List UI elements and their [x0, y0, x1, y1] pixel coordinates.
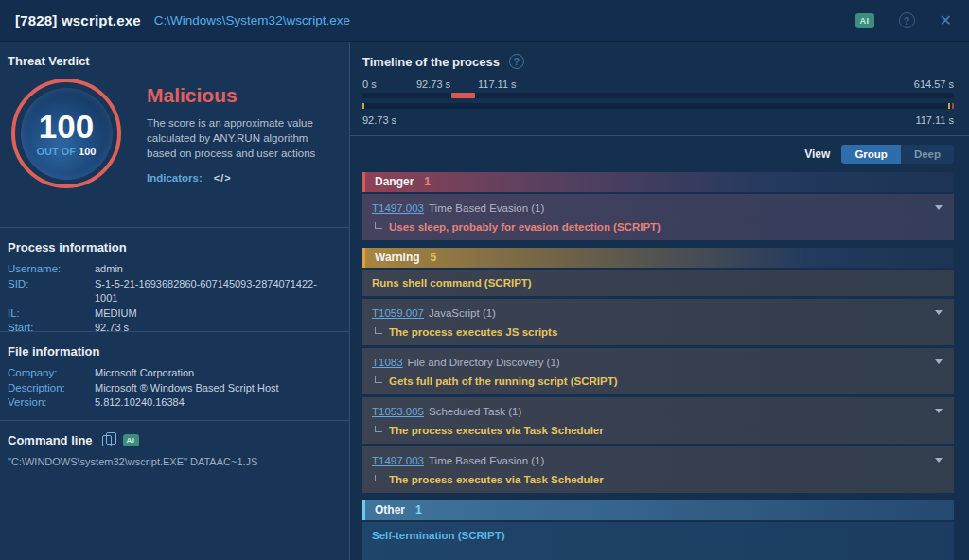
expand-caret-icon[interactable]	[935, 359, 943, 364]
close-icon[interactable]: ✕	[940, 11, 952, 29]
row-value: admin	[95, 262, 123, 277]
row-label: SID:	[8, 277, 95, 306]
technique-link[interactable]: T1053.005	[372, 406, 424, 417]
file-information-section: File information Company: Microsoft Corp…	[0, 331, 349, 420]
technique-row: T1497.003 Time Based Evasion (1)	[372, 452, 943, 468]
info-row-description: Description: Microsoft ® Windows Based S…	[8, 381, 340, 396]
row-label: Username:	[8, 262, 95, 277]
technique-detail-row: Gets full path of the running script (SC…	[372, 375, 943, 388]
technique-block: T1083 File and Directory Discovery (1) G…	[362, 348, 954, 394]
warning-group-header: Warning 5	[362, 248, 954, 268]
threat-verdict-section: Threat Verdict 100 OUT OF100 Malicious T…	[0, 42, 349, 227]
expand-caret-icon[interactable]	[935, 409, 943, 413]
divider	[350, 135, 969, 136]
technique-row: T1083 File and Directory Discovery (1)	[372, 354, 943, 370]
event-tick	[952, 103, 954, 109]
timeline-label-proc-end: 117.11 s	[478, 79, 517, 90]
info-row-sid: SID: S-1-5-21-1693682860-607145093-28740…	[8, 277, 340, 306]
tree-connector-icon	[375, 376, 382, 383]
technique-block: T1497.003 Time Based Evasion (1) The pro…	[362, 446, 954, 493]
group-count: 5	[431, 248, 437, 268]
event-tick	[362, 103, 364, 109]
row-value: Microsoft ® Windows Based Script Host	[95, 381, 279, 396]
timeline-label-start: 0 s	[362, 79, 377, 90]
technique-name: Time Based Evasion (1)	[429, 455, 544, 466]
technique-block: T1053.005 Scheduled Task (1) The process…	[362, 397, 954, 444]
timeline-label-proc-start: 92.73 s	[416, 79, 450, 90]
technique-block: T1497.003 Time Based Evasion (1) Uses sl…	[362, 194, 954, 240]
technique-name: File and Directory Discovery (1)	[408, 357, 560, 368]
technique-detail-row: The process executes via Task Scheduler	[372, 473, 943, 486]
timeline-zoom-end: 117.11 s	[915, 114, 954, 126]
technique-row: T1053.005 Scheduled Task (1)	[372, 403, 943, 419]
ai-badge[interactable]: AI	[855, 13, 874, 28]
command-line-section: Command line AI "C:\WINDOWS\system32\wsc…	[0, 420, 349, 560]
technique-link[interactable]: T1059.007	[372, 307, 424, 319]
expand-caret-icon[interactable]	[935, 205, 943, 210]
signal-text: Self-termination (SCRIPT)	[372, 530, 505, 541]
copy-icon[interactable]	[102, 435, 112, 446]
code-indicators-icon[interactable]: </>	[214, 172, 232, 184]
command-line-value: "C:\WINDOWS\system32\wscript.EXE" DATAAC…	[8, 456, 340, 467]
row-value: 5.812.10240.16384	[95, 395, 185, 411]
row-value: S-1-5-21-1693682860-607145093-2874071422…	[95, 277, 340, 306]
score-ring: 100 OUT OF100	[11, 79, 121, 188]
titlebar: [7828] wscript.exe C:\Windows\System32\w…	[0, 0, 969, 42]
expand-caret-icon[interactable]	[935, 310, 943, 315]
group-title: Warning	[375, 248, 420, 268]
right-panel: Timeline of the process ? 0 s 92.73 s 11…	[350, 42, 969, 560]
score-value: 100	[39, 110, 94, 143]
technique-link[interactable]: T1083	[372, 357, 403, 368]
timeline-bottom-labels: 92.73 s 117.11 s	[362, 114, 954, 126]
view-switcher: Group Deep	[841, 145, 954, 164]
view-deep-button[interactable]: Deep	[901, 145, 954, 164]
indicators-label: Indicators:	[147, 172, 203, 184]
score-out-of-value: 100	[79, 146, 96, 157]
technique-row: T1497.003 Time Based Evasion (1)	[372, 200, 943, 216]
process-lifetime-segment[interactable]	[451, 93, 475, 98]
technique-detail-row: Uses sleep, probably for evasion detecti…	[372, 220, 943, 234]
help-icon[interactable]: ?	[899, 12, 915, 28]
timeline-zoomed-bar[interactable]	[362, 103, 954, 109]
other-group: Other 1 Self-termination (SCRIPT)	[362, 500, 954, 560]
ai-badge[interactable]: AI	[123, 434, 139, 446]
verdict-label: Malicious	[147, 84, 336, 107]
info-row-company: Company: Microsoft Corporation	[8, 366, 340, 381]
warning-group: Warning 5 Runs shell command (SCRIPT) T1…	[362, 248, 954, 493]
expand-caret-icon[interactable]	[935, 458, 943, 463]
group-count: 1	[424, 172, 431, 192]
danger-group-header: Danger 1	[362, 172, 954, 192]
row-value: MEDIUM	[95, 306, 137, 322]
technique-block: T1059.007 JavaScript (1) The process exe…	[362, 299, 954, 345]
group-title: Other	[375, 500, 405, 520]
technique-detail: The process executes via Task Scheduler	[389, 425, 604, 436]
technique-row: T1059.007 JavaScript (1)	[372, 305, 943, 321]
view-label: View	[804, 148, 830, 161]
danger-group: Danger 1 T1497.003 Time Based Evasion (1…	[362, 172, 954, 240]
technique-link[interactable]: T1497.003	[372, 455, 424, 466]
process-details-window: [7828] wscript.exe C:\Windows\System32\w…	[0, 0, 969, 560]
technique-link[interactable]: T1497.003	[372, 202, 424, 214]
group-title: Danger	[375, 172, 414, 192]
timeline-overview-bar[interactable]	[362, 93, 954, 98]
help-icon[interactable]: ?	[509, 54, 524, 69]
timeline-top-labels: 0 s 92.73 s 117.11 s 614.57 s	[362, 79, 954, 87]
info-row-username: Username: admin	[8, 262, 340, 277]
group-count: 1	[415, 500, 422, 520]
process-path: C:\Windows\System32\wscript.exe	[154, 13, 350, 27]
score-circle: 100 OUT OF100	[21, 88, 113, 180]
command-line-title: Command line	[8, 433, 93, 447]
technique-name: Scheduled Task (1)	[429, 406, 521, 417]
view-group-button[interactable]: Group	[841, 145, 901, 164]
row-label: IL:	[8, 306, 95, 322]
technique-detail: The process executes via Task Scheduler	[389, 474, 604, 485]
timeline-zoom-start: 92.73 s	[362, 114, 396, 126]
row-value: Microsoft Corporation	[95, 366, 194, 381]
process-information-title: Process information	[8, 240, 340, 254]
verdict-description: The score is an approximate value calcul…	[147, 115, 336, 161]
technique-detail: The process executes JS scripts	[389, 326, 557, 338]
tree-connector-icon	[375, 475, 382, 481]
threat-verdict-title: Threat Verdict	[8, 54, 340, 68]
row-label: Description:	[8, 381, 95, 396]
file-information-title: File information	[8, 344, 340, 359]
